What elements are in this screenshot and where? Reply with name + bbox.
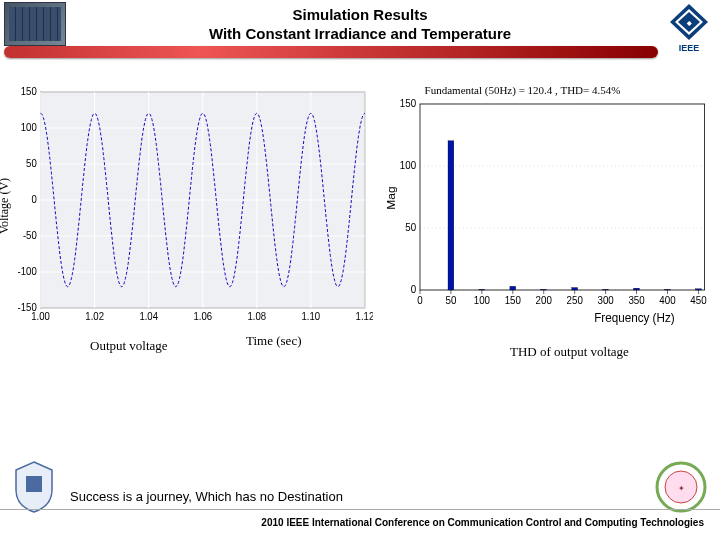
svg-rect-64	[509, 286, 515, 290]
svg-text:-100: -100	[18, 266, 38, 277]
right-caption: THD of output voltage	[510, 344, 629, 360]
svg-rect-65	[540, 289, 546, 290]
svg-text:250: 250	[566, 295, 583, 306]
svg-text:0: 0	[410, 284, 416, 295]
svg-text:1.06: 1.06	[193, 311, 212, 322]
svg-text:50: 50	[445, 295, 456, 306]
svg-text:350: 350	[628, 295, 645, 306]
svg-text:100: 100	[21, 122, 38, 133]
title-line2: With Constant Irradiance and Temperature	[209, 25, 511, 42]
svg-text:100: 100	[473, 295, 490, 306]
svg-text:0: 0	[417, 295, 423, 306]
svg-rect-70	[695, 289, 701, 290]
svg-rect-69	[664, 289, 670, 290]
svg-text:Frequency (Hz): Frequency (Hz)	[594, 311, 675, 325]
svg-text:150: 150	[21, 86, 38, 97]
svg-text:450: 450	[690, 295, 707, 306]
svg-rect-67	[602, 289, 608, 290]
institution-logo-left	[12, 460, 56, 514]
svg-text:100: 100	[399, 160, 416, 171]
left-ylabel: Voltage (V)	[0, 178, 12, 234]
svg-rect-68	[633, 288, 639, 290]
thd-title: Fundamental (50Hz) = 120.4 , THD= 4.54%	[425, 84, 621, 96]
institution-logo-right: ✦	[654, 460, 708, 514]
svg-text:◆: ◆	[686, 20, 692, 26]
slide-title: Simulation Results With Constant Irradia…	[90, 6, 630, 44]
svg-rect-33	[420, 104, 705, 290]
svg-rect-66	[571, 288, 577, 290]
footer-conference: 2010 IEEE International Conference on Co…	[0, 517, 704, 528]
thd-plot: Fundamental (50Hz) = 120.4 , THD= 4.54% …	[381, 86, 712, 326]
svg-text:150: 150	[399, 98, 416, 109]
svg-text:400: 400	[659, 295, 676, 306]
svg-text:1.00: 1.00	[31, 311, 50, 322]
svg-text:1.08: 1.08	[247, 311, 266, 322]
svg-text:300: 300	[597, 295, 614, 306]
time-caption: Time (sec)	[246, 333, 302, 349]
svg-text:50: 50	[405, 222, 416, 233]
svg-rect-73	[26, 476, 42, 492]
svg-text:200: 200	[535, 295, 552, 306]
footer-divider	[0, 509, 720, 510]
ieee-label: IEEE	[679, 43, 700, 53]
svg-text:Mag: Mag	[383, 186, 397, 209]
svg-rect-62	[448, 141, 454, 290]
footer-quote: Success is a journey, Which has no Desti…	[70, 489, 343, 504]
svg-text:1.10: 1.10	[302, 311, 321, 322]
svg-text:150: 150	[504, 295, 521, 306]
header-divider-bar	[4, 46, 658, 58]
svg-text:-50: -50	[23, 230, 37, 241]
svg-text:1.02: 1.02	[85, 311, 104, 322]
svg-text:✦: ✦	[678, 484, 685, 493]
sine-chart-svg: -150-100-50050100150 1.001.021.041.061.0…	[8, 86, 373, 326]
svg-text:1.12: 1.12	[356, 311, 373, 322]
bar-chart-svg: 050100150 050100150200250300350400450 Ma…	[381, 86, 712, 326]
svg-rect-63	[479, 289, 485, 290]
output-voltage-plot: Voltage (V) -150-100-50050100150 1.001.0…	[8, 86, 373, 326]
title-line1: Simulation Results	[292, 6, 427, 23]
ieee-kite-icon: ◆	[666, 2, 712, 42]
left-caption: Output voltage	[90, 338, 168, 354]
solar-cell-image	[4, 2, 66, 46]
svg-text:1.04: 1.04	[139, 311, 158, 322]
svg-text:50: 50	[26, 158, 37, 169]
svg-text:0: 0	[31, 194, 37, 205]
ieee-logo: ◆ IEEE	[666, 2, 712, 53]
